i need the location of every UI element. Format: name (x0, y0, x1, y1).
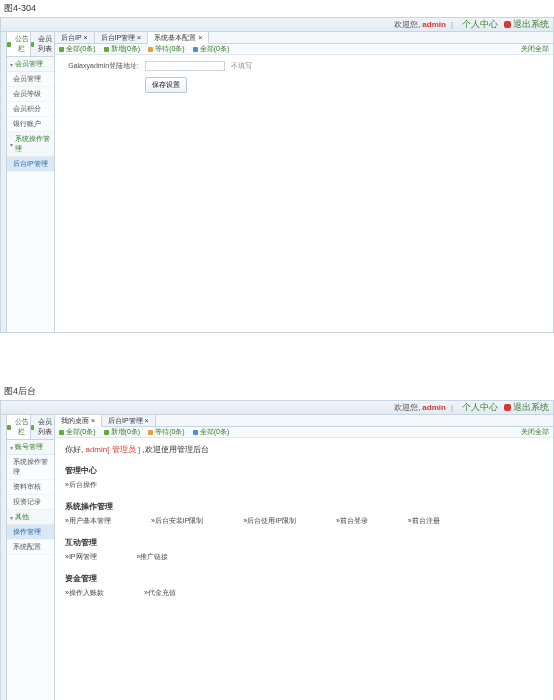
sidebar-tab-announce[interactable]: 公告栏 (7, 415, 31, 439)
square-icon (104, 47, 109, 52)
chevron-down-icon: ▾ (10, 141, 13, 148)
square-icon (59, 47, 64, 52)
sidebar-item[interactable]: 操作管理 (7, 525, 54, 540)
sidebar-group-members[interactable]: ▾会员管理 (7, 57, 54, 72)
tab-dot-icon (7, 425, 11, 430)
square-icon (148, 47, 153, 52)
header-sep: | (451, 20, 453, 29)
sidebar-item[interactable]: 银行账户 (7, 117, 54, 132)
toolbar: 全部(0条) 新增(0条) 等待(0条) 全部(0条) 关闭全部 (55, 44, 553, 55)
section-title: 互动管理 (65, 537, 543, 548)
section-title: 系统操作管理 (65, 501, 543, 512)
tab-dot-icon (31, 425, 34, 430)
section-link[interactable]: »后台使用IP限制 (243, 516, 296, 526)
chevron-down-icon: ▾ (10, 61, 13, 68)
admin-panel-2: 欢迎您, admin | 个人中心 退出系统 公告栏 会员列表 ▾账号管理 系统… (0, 400, 554, 700)
section-link[interactable]: »前台注册 (408, 516, 440, 526)
sidebar: 公告栏 会员列表 ▾账号管理 系统操作管理 资料审核 投资记录 ▾其他 操作管理… (7, 415, 55, 700)
personal-center-link[interactable]: 个人中心 (462, 401, 498, 414)
section-link[interactable]: »后台安装IP限制 (151, 516, 204, 526)
logout-link[interactable]: 退出系统 (504, 401, 549, 414)
logout-icon (504, 404, 511, 411)
section-link[interactable]: »前台登录 (336, 516, 368, 526)
square-icon (193, 430, 198, 435)
toolbar-filter[interactable]: 全部(0条) (59, 427, 96, 437)
sidebar-group[interactable]: ▾账号管理 (7, 440, 54, 455)
form-label: Galaxyadmin登陆地址: (65, 61, 145, 71)
tab[interactable]: 后台IP管理 × (95, 32, 149, 43)
toolbar-close-all[interactable]: 关闭全部 (519, 44, 549, 54)
sidebar-tab-announce[interactable]: 公告栏 (7, 32, 31, 56)
header-bar: 欢迎您, admin | 个人中心 退出系统 (1, 18, 553, 32)
sidebar-item[interactable]: 会员管理 (7, 72, 54, 87)
form-row-login-url: Galaxyadmin登陆地址: 不填写 (65, 61, 543, 71)
sidebar-item[interactable]: 投资记录 (7, 495, 54, 510)
tabbar: 我的桌面 × 后台IP管理 × (55, 415, 553, 427)
sidebar-tab-members[interactable]: 会员列表 (31, 415, 54, 439)
tab[interactable]: 后台IP × (55, 32, 95, 43)
toolbar-close-all[interactable]: 关闭全部 (519, 427, 549, 437)
tab-dot-icon (31, 42, 34, 47)
logout-icon (504, 21, 511, 28)
square-icon (148, 430, 153, 435)
main-panel: 我的桌面 × 后台IP管理 × 全部(0条) 新增(0条) 等待(0条) 全部(… (55, 415, 553, 700)
section-link[interactable]: »推广链接 (137, 552, 169, 562)
header-username: admin (422, 20, 446, 29)
toolbar-filter[interactable]: 新增(0条) (104, 427, 141, 437)
sidebar-item[interactable]: 系统配置 (7, 540, 54, 555)
square-icon (59, 430, 64, 435)
sidebar-item[interactable]: 系统操作管理 (7, 455, 54, 480)
chevron-down-icon: ▾ (10, 514, 13, 521)
tab[interactable]: 后台IP管理 × (102, 415, 156, 426)
figure-caption-top: 图4-304 (0, 0, 554, 17)
sidebar-group[interactable]: ▾其他 (7, 510, 54, 525)
header-user-prefix: 欢迎您, (394, 19, 420, 30)
header-username: admin (422, 403, 446, 412)
personal-center-link[interactable]: 个人中心 (462, 18, 498, 31)
sidebar-item[interactable]: 资料审核 (7, 480, 54, 495)
tab-dot-icon (7, 42, 11, 47)
sidebar-tab-members[interactable]: 会员列表 (31, 32, 54, 56)
sidebar-group-system[interactable]: ▾系统操作管理 (7, 132, 54, 157)
section-title: 资金管理 (65, 573, 543, 584)
toolbar-filter[interactable]: 等待(0条) (148, 44, 185, 54)
header-user-prefix: 欢迎您, (394, 402, 420, 413)
toolbar: 全部(0条) 新增(0条) 等待(0条) 全部(0条) 关闭全部 (55, 427, 553, 438)
tab-active[interactable]: 我的桌面 × (55, 415, 102, 427)
toolbar-filter[interactable]: 等待(0条) (148, 427, 185, 437)
toolbar-filter[interactable]: 全部(0条) (193, 44, 230, 54)
form-row-submit: 保存设置 (65, 77, 543, 93)
section-link[interactable]: »IP网管理 (65, 552, 97, 562)
login-url-input[interactable] (145, 61, 225, 71)
tab-active[interactable]: 系统基本配置 × (148, 32, 209, 44)
toolbar-filter[interactable]: 新增(0条) (104, 44, 141, 54)
section-link[interactable]: »操作入账款 (65, 588, 104, 598)
section-links: »操作入账款»代金充值 (65, 588, 543, 601)
chevron-down-icon: ▾ (10, 444, 13, 451)
section-links: »IP网管理»推广链接 (65, 552, 543, 565)
toolbar-filter[interactable]: 全部(0条) (59, 44, 96, 54)
section-link[interactable]: »用户基本管理 (65, 516, 111, 526)
save-button[interactable]: 保存设置 (145, 77, 187, 93)
content-area: 你好, admin[ 管理员 ] ,欢迎使用管理后台 管理中心»后台操作系统操作… (55, 438, 553, 700)
admin-panel-1: 欢迎您, admin | 个人中心 退出系统 公告栏 会员列表 ▾会员管理 会员… (0, 17, 554, 333)
section-link[interactable]: »代金充值 (144, 588, 176, 598)
section-links: »用户基本管理»后台安装IP限制»后台使用IP限制»前台登录»前台注册 (65, 516, 543, 529)
content-area: Galaxyadmin登陆地址: 不填写 保存设置 (55, 55, 553, 332)
sidebar-item[interactable]: 会员积分 (7, 102, 54, 117)
section-title: 管理中心 (65, 465, 543, 476)
sidebar-item[interactable]: 会员等级 (7, 87, 54, 102)
header-bar: 欢迎您, admin | 个人中心 退出系统 (1, 401, 553, 415)
logout-link[interactable]: 退出系统 (504, 18, 549, 31)
sidebar: 公告栏 会员列表 ▾会员管理 会员管理 会员等级 会员积分 银行账户 ▾系统操作… (7, 32, 55, 332)
form-hint: 不填写 (231, 61, 252, 71)
square-icon (193, 47, 198, 52)
section-link[interactable]: »后台操作 (65, 480, 97, 490)
toolbar-filter[interactable]: 全部(0条) (193, 427, 230, 437)
section-links: »后台操作 (65, 480, 543, 493)
welcome-line: 你好, admin[ 管理员 ] ,欢迎使用管理后台 (65, 444, 543, 455)
sidebar-item-ip[interactable]: 后台IP管理 (7, 157, 54, 172)
header-sep: | (451, 403, 453, 412)
figure-caption-mid: 图4后台 (0, 383, 554, 400)
square-icon (104, 430, 109, 435)
